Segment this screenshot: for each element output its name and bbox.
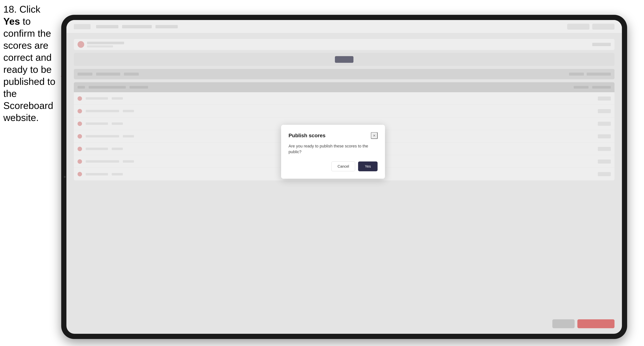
modal-overlay: Publish scores × Are you ready to publis… [66,20,622,334]
instruction-bold: Yes [3,16,20,27]
modal-title: Publish scores [288,133,326,139]
publish-scores-dialog: Publish scores × Are you ready to publis… [281,125,385,179]
modal-close-button[interactable]: × [371,132,378,139]
tablet-screen: Publish scores × Are you ready to publis… [66,20,622,334]
camera-dot [64,176,66,178]
tablet-frame: Publish scores × Are you ready to publis… [61,15,627,339]
modal-footer: Cancel Yes [288,162,378,171]
step-number: 18. [3,4,17,15]
yes-button[interactable]: Yes [358,162,378,171]
cancel-button[interactable]: Cancel [331,162,355,171]
instruction-text: 18. Click Yes to confirm the scores are … [3,3,57,124]
modal-header: Publish scores × [288,132,378,139]
instruction-text-part2: to confirm the scores are correct and re… [3,16,55,123]
instruction-text-part1: Click [17,4,40,15]
modal-body-text: Are you ready to publish these scores to… [288,143,378,155]
